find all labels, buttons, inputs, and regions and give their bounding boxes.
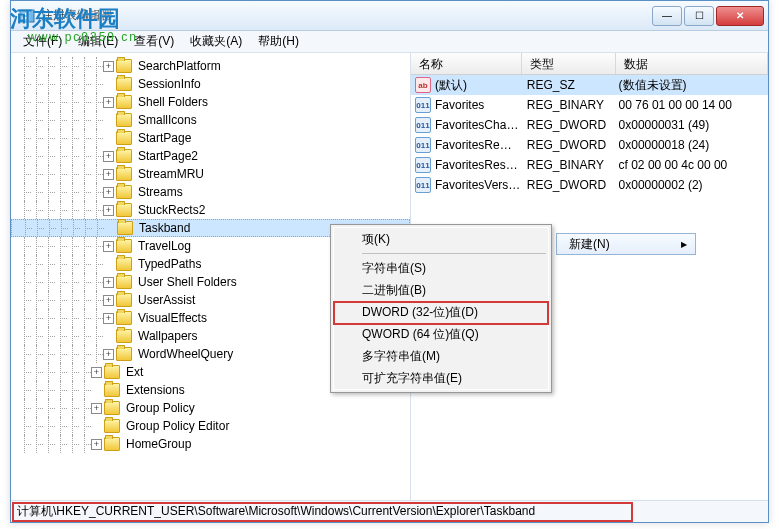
tree-guide [43,291,55,309]
tree-guide [67,291,79,309]
tree-guide [55,201,67,219]
tree-guide [43,255,55,273]
tree-item[interactable]: +HomeGroup [11,435,410,453]
tree-item[interactable]: +Streams [11,183,410,201]
list-row[interactable]: ab(默认)REG_SZ(数值未设置) [411,75,768,95]
tree-guide [31,327,43,345]
tree-item-label: StreamMRU [136,167,206,181]
minimize-button[interactable]: — [652,6,682,26]
tree-item[interactable]: +SearchPlatform [11,57,410,75]
tree-guide [31,309,43,327]
tree-expander[interactable]: + [103,205,114,216]
tree-expander[interactable]: + [103,313,114,324]
tree-guide [31,399,43,417]
list-row[interactable]: 011FavoritesVersionREG_DWORD0x00000002 (… [411,175,768,195]
tree-guide [79,363,91,381]
tree-item-label: SearchPlatform [136,59,223,73]
tree-expander[interactable]: + [103,151,114,162]
titlebar: 注册表编辑器 — ☐ ✕ [11,1,768,31]
tree-guide [43,165,55,183]
menu-edit[interactable]: 编辑(E) [70,31,126,52]
tree-item[interactable]: +StartPage2 [11,147,410,165]
context-submenu-parent[interactable]: 新建(N) [556,233,696,255]
cell-type: REG_BINARY [527,98,619,112]
folder-icon [116,185,132,199]
tree-expander[interactable]: + [91,403,102,414]
tree-guide [91,165,103,183]
folder-icon [104,365,120,379]
tree-expander[interactable]: + [103,241,114,252]
context-item[interactable]: 字符串值(S) [334,257,548,279]
column-header-data[interactable]: 数据 [616,53,768,74]
context-item[interactable]: QWORD (64 位)值(Q) [334,323,548,345]
folder-icon [116,239,132,253]
list-row[interactable]: 011FavoritesResol...REG_BINARYcf 02 00 0… [411,155,768,175]
list-row[interactable]: 011FavoritesRemo...REG_DWORD0x00000018 (… [411,135,768,155]
tree-expander[interactable]: + [103,349,114,360]
tree-item[interactable]: +StuckRects2 [11,201,410,219]
tree-expander[interactable]: + [103,277,114,288]
cell-data: 0x00000031 (49) [619,118,768,132]
tree-guide [43,273,55,291]
tree-guide [67,255,79,273]
tree-item-label: Shell Folders [136,95,210,109]
column-header-name[interactable]: 名称 [411,53,522,74]
cell-name: FavoritesVersion [435,178,527,192]
tree-item[interactable]: +Shell Folders [11,93,410,111]
close-button[interactable]: ✕ [716,6,764,26]
menu-file[interactable]: 文件(F) [15,31,70,52]
cell-data: 0x00000002 (2) [619,178,768,192]
tree-guide [31,129,43,147]
tree-expander[interactable]: + [91,439,102,450]
folder-icon [104,401,120,415]
tree-item[interactable]: SessionInfo [11,75,410,93]
tree-item[interactable]: +Group Policy [11,399,410,417]
tree-guide [67,111,79,129]
context-submenu-parent-label: 新建(N) [569,236,610,253]
tree-guide [55,165,67,183]
tree-guide [19,327,31,345]
context-item[interactable]: 二进制值(B) [334,279,548,301]
tree-guide [79,255,91,273]
context-item[interactable]: 可扩充字符串值(E) [334,367,548,389]
menu-favorites[interactable]: 收藏夹(A) [182,31,250,52]
list-row[interactable]: 011FavoritesChan...REG_DWORD0x00000031 (… [411,115,768,135]
tree-guide [55,111,67,129]
menu-view[interactable]: 查看(V) [126,31,182,52]
tree-expander[interactable]: + [103,61,114,72]
cell-name: FavoritesRemo... [435,138,527,152]
tree-expander[interactable]: + [103,97,114,108]
cell-name: (默认) [435,77,527,94]
tree-guide [55,435,67,453]
tree-item[interactable]: +StreamMRU [11,165,410,183]
tree-item[interactable]: StartPage [11,129,410,147]
tree-guide [91,309,103,327]
context-item[interactable]: 多字符串值(M) [334,345,548,367]
folder-icon [116,59,132,73]
tree-expander[interactable]: + [103,169,114,180]
tree-expander[interactable]: + [103,295,114,306]
context-item[interactable]: DWORD (32-位)值(D) [334,301,548,323]
tree-item[interactable]: Group Policy Editor [11,417,410,435]
folder-icon [116,275,132,289]
tree-guide [19,345,31,363]
tree-guide [67,165,79,183]
list-row[interactable]: 011FavoritesREG_BINARY00 76 01 00 00 14 … [411,95,768,115]
cell-name: Favorites [435,98,527,112]
tree-guide [55,327,67,345]
tree-guide [67,363,79,381]
tree-guide [55,75,67,93]
column-header-type[interactable]: 类型 [522,53,616,74]
context-item[interactable]: 项(K) [334,228,548,250]
maximize-button[interactable]: ☐ [684,6,714,26]
list-header: 名称 类型 数据 [411,53,768,75]
cell-data: 00 76 01 00 00 14 00 [619,98,768,112]
folder-icon [116,149,132,163]
tree-expander[interactable]: + [91,367,102,378]
tree-expander[interactable]: + [103,187,114,198]
menu-help[interactable]: 帮助(H) [250,31,307,52]
tree-item[interactable]: SmallIcons [11,111,410,129]
cell-name: FavoritesResol... [435,158,527,172]
tree-guide [55,273,67,291]
binary-value-icon: 011 [415,117,431,133]
